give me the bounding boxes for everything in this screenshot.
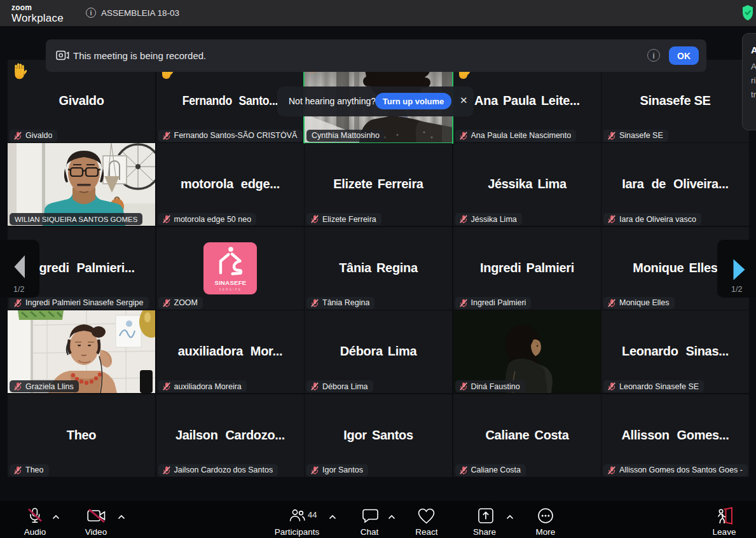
svg-text:SERGIPE: SERGIPE <box>219 287 241 291</box>
svg-text:SINASEFE: SINASEFE <box>214 279 246 286</box>
